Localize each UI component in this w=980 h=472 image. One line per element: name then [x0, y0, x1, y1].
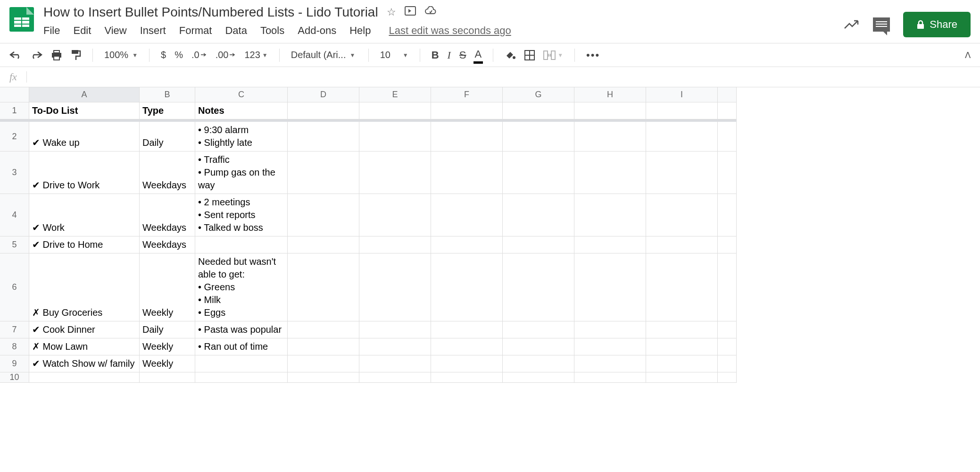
- merge-button[interactable]: ▼: [543, 51, 563, 60]
- font-size-select[interactable]: 10▼: [380, 50, 408, 60]
- strikethrough-button[interactable]: S: [459, 49, 466, 61]
- cell-B6[interactable]: Weekly: [140, 253, 195, 321]
- cell-B2[interactable]: Daily: [140, 122, 195, 152]
- cell-A1[interactable]: To-Do List: [29, 102, 140, 119]
- comments-icon[interactable]: [873, 17, 890, 32]
- cell-H1[interactable]: [574, 102, 646, 119]
- cell-A7[interactable]: ✔ Cook Dinner: [29, 321, 140, 338]
- cell-A3[interactable]: ✔ Drive to Work: [29, 152, 140, 194]
- row-header-3[interactable]: 3: [0, 152, 29, 194]
- cell-F1[interactable]: [431, 102, 503, 119]
- col-header-G[interactable]: G: [503, 87, 574, 102]
- col-header-F[interactable]: F: [431, 87, 503, 102]
- cell-A4[interactable]: ✔ Work: [29, 194, 140, 236]
- move-icon[interactable]: [405, 6, 416, 18]
- cell-B5[interactable]: Weekdays: [140, 236, 195, 253]
- menu-insert[interactable]: Insert: [140, 25, 166, 37]
- cell-B4[interactable]: Weekdays: [140, 194, 195, 236]
- bold-button[interactable]: B: [432, 49, 439, 61]
- row-header-8[interactable]: 8: [0, 338, 29, 355]
- menu-addons[interactable]: Add-ons: [298, 25, 336, 37]
- row-header-5[interactable]: 5: [0, 236, 29, 253]
- cell-B3[interactable]: Weekdays: [140, 152, 195, 194]
- doc-title[interactable]: How to Insert Bullet Points/Numbered Lis…: [43, 5, 378, 20]
- col-header-end[interactable]: [718, 87, 737, 102]
- print-button[interactable]: [51, 50, 62, 60]
- cell-B1[interactable]: Type: [140, 102, 195, 119]
- text-color-button[interactable]: A: [475, 48, 482, 62]
- col-header-A[interactable]: A: [29, 87, 140, 102]
- cell-C5[interactable]: [195, 236, 288, 253]
- cell-C9[interactable]: [195, 355, 288, 372]
- cell-I1[interactable]: [646, 102, 718, 119]
- col-header-B[interactable]: B: [140, 87, 195, 102]
- row-header-1[interactable]: 1: [0, 102, 29, 119]
- cell-C10[interactable]: [195, 372, 288, 383]
- row-header-6[interactable]: 6: [0, 253, 29, 321]
- menu-file[interactable]: File: [43, 25, 60, 37]
- col-header-D[interactable]: D: [288, 87, 359, 102]
- menu-format[interactable]: Format: [179, 25, 212, 37]
- select-all-corner[interactable]: [0, 87, 29, 102]
- cell-C7[interactable]: • Pasta was popular: [195, 321, 288, 338]
- number-format-button[interactable]: 123▼: [244, 50, 267, 60]
- cell-B8[interactable]: Weekly: [140, 338, 195, 355]
- cell-C4[interactable]: • 2 meetings • Sent reports • Talked w b…: [195, 194, 288, 236]
- col-header-I[interactable]: I: [646, 87, 718, 102]
- share-button[interactable]: Share: [903, 12, 971, 37]
- collapse-toolbar-icon[interactable]: ᐱ: [965, 50, 971, 60]
- cell-C8[interactable]: • Ran out of time: [195, 338, 288, 355]
- formula-input[interactable]: [33, 72, 971, 82]
- cell-A8[interactable]: ✗ Mow Lawn: [29, 338, 140, 355]
- row-header-2[interactable]: 2: [0, 122, 29, 152]
- last-edit-link[interactable]: Last edit was seconds ago: [389, 25, 511, 37]
- sheets-logo: [9, 7, 34, 32]
- menu-data[interactable]: Data: [225, 25, 247, 37]
- row-header-9[interactable]: 9: [0, 355, 29, 372]
- cell-C2[interactable]: • 9:30 alarm • Slightly late: [195, 122, 288, 152]
- italic-button[interactable]: I: [448, 49, 451, 61]
- trend-icon[interactable]: [844, 19, 860, 30]
- increase-decimal-button[interactable]: .00: [216, 50, 236, 60]
- cell-B10[interactable]: [140, 372, 195, 383]
- cloud-icon[interactable]: [424, 6, 437, 18]
- font-select[interactable]: Default (Ari...▼: [291, 50, 357, 60]
- row-header-4[interactable]: 4: [0, 194, 29, 236]
- menu-tools[interactable]: Tools: [260, 25, 284, 37]
- menu-help[interactable]: Help: [349, 25, 371, 37]
- row-header-7[interactable]: 7: [0, 321, 29, 338]
- col-header-C[interactable]: C: [195, 87, 288, 102]
- cell-end1[interactable]: [718, 102, 737, 119]
- cell-A6[interactable]: ✗ Buy Groceries: [29, 253, 140, 321]
- cell-C6[interactable]: Needed but wasn't able to get: • Greens …: [195, 253, 288, 321]
- cell-D1[interactable]: [288, 102, 359, 119]
- undo-button[interactable]: [9, 51, 22, 59]
- col-header-H[interactable]: H: [574, 87, 646, 102]
- currency-button[interactable]: $: [161, 50, 166, 60]
- row-header-10[interactable]: 10: [0, 372, 29, 383]
- cell-A5[interactable]: ✔ Drive to Home: [29, 236, 140, 253]
- star-icon[interactable]: ☆: [387, 6, 396, 18]
- spreadsheet-grid[interactable]: A B C D E F G H I 1 To-Do List Type Note…: [0, 87, 980, 383]
- more-button[interactable]: •••: [586, 49, 600, 61]
- cell-C3[interactable]: • Traffic • Pump gas on the way: [195, 152, 288, 194]
- percent-button[interactable]: %: [174, 50, 183, 60]
- cell-C1[interactable]: Notes: [195, 102, 288, 119]
- fill-color-button[interactable]: [505, 50, 516, 60]
- cell-G1[interactable]: [503, 102, 574, 119]
- col-header-E[interactable]: E: [359, 87, 431, 102]
- decrease-decimal-button[interactable]: .0: [191, 50, 207, 60]
- zoom-select[interactable]: 100%▼: [104, 50, 138, 60]
- cell-A2[interactable]: ✔ Wake up: [29, 122, 140, 152]
- cell-A9[interactable]: ✔ Watch Show w/ family: [29, 355, 140, 372]
- cell-B7[interactable]: Daily: [140, 321, 195, 338]
- cell-B9[interactable]: Weekly: [140, 355, 195, 372]
- menu-view[interactable]: View: [104, 25, 126, 37]
- cell-A10[interactable]: [29, 372, 140, 383]
- paint-format-button[interactable]: [71, 50, 81, 61]
- cell-D2[interactable]: [288, 122, 359, 152]
- borders-button[interactable]: [524, 50, 535, 60]
- redo-button[interactable]: [30, 51, 42, 59]
- menu-edit[interactable]: Edit: [73, 25, 91, 37]
- cell-E1[interactable]: [359, 102, 431, 119]
